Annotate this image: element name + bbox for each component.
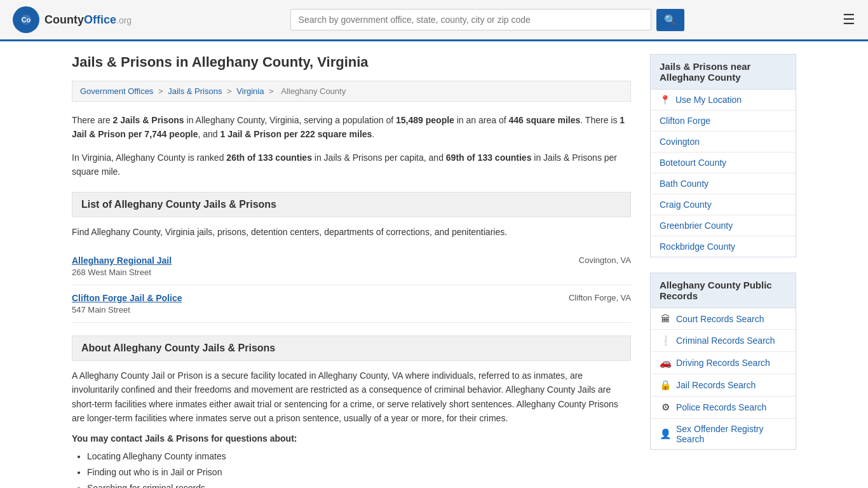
list-description: Find Alleghany County, Virginia jails, p… — [72, 225, 631, 239]
breadcrumb-sep2: > — [227, 86, 234, 96]
hamburger-icon: ☰ — [843, 11, 855, 27]
facility-address-2: 547 Main Street — [72, 305, 182, 315]
page-title: Jails & Prisons in Alleghany County, Vir… — [72, 54, 631, 71]
court-icon: 🏛 — [660, 313, 671, 324]
sidebar-link-clifton-forge[interactable]: Clifton Forge — [651, 111, 796, 132]
court-records-link[interactable]: Court Records Search — [676, 314, 764, 324]
nearby-link-2[interactable]: Botetourt County — [660, 158, 726, 168]
location-icon: 📍 — [660, 95, 670, 105]
driving-records-link[interactable]: Driving Records Search — [676, 358, 770, 368]
sidebar: Jails & Prisons near Alleghany County 📍 … — [650, 54, 796, 488]
sidebar-link-greenbrier[interactable]: Greenbrier County — [651, 215, 796, 236]
record-driving[interactable]: 🚗 Driving Records Search — [651, 352, 796, 374]
sex-offender-icon: 👤 — [660, 428, 671, 440]
sidebar-link-covington[interactable]: Covington — [651, 132, 796, 152]
search-area: 🔍 — [290, 9, 684, 31]
records-title: Alleghany County Public Records — [650, 273, 796, 308]
about-text: A Alleghany County Jail or Prison is a s… — [72, 369, 631, 426]
menu-button[interactable]: ☰ — [843, 11, 855, 28]
main-container: Jails & Prisons in Alleghany County, Vir… — [59, 41, 809, 488]
facility-item-2: Clifton Forge Jail & Police 547 Main Str… — [72, 285, 631, 323]
nearby-links-list: 📍 Use My Location Clifton Forge Covingto… — [650, 90, 796, 257]
sidebar-link-botetourt[interactable]: Botetourt County — [651, 152, 796, 173]
facility-city-1: Covington, VA — [536, 255, 631, 265]
logo-text: CountyOffice.org — [44, 13, 132, 27]
about-section-header: About Alleghany County Jails & Prisons — [72, 336, 631, 361]
facility-row-1: Alleghany Regional Jail 268 West Main St… — [72, 255, 631, 277]
stats-paragraph-2: In Virginia, Alleghany County is ranked … — [72, 151, 631, 179]
record-jail[interactable]: 🔒 Jail Records Search — [651, 374, 796, 396]
logo-icon: Co — [13, 6, 39, 33]
bullet-item-3: Searching for criminal records — [87, 480, 631, 488]
nearby-title: Jails & Prisons near Alleghany County — [650, 54, 796, 90]
bullet-item-2: Finding out who is in Jail or Prison — [87, 464, 631, 480]
nearby-link-4[interactable]: Craig County — [660, 200, 712, 210]
sex-offender-link[interactable]: Sex Offender Registry Search — [676, 424, 787, 444]
list-section-header: List of Alleghany County Jails & Prisons — [72, 192, 631, 217]
driving-icon: 🚗 — [660, 357, 671, 369]
jail-icon: 🔒 — [660, 379, 671, 391]
breadcrumb-government-offices[interactable]: Government Offices — [80, 86, 153, 96]
record-court[interactable]: 🏛 Court Records Search — [651, 308, 796, 330]
main-content: Jails & Prisons in Alleghany County, Vir… — [72, 54, 631, 488]
nearby-link-0[interactable]: Clifton Forge — [660, 116, 710, 126]
svg-text:Co: Co — [22, 16, 31, 24]
nearby-link-1[interactable]: Covington — [660, 137, 700, 147]
facility-left-1: Alleghany Regional Jail 268 West Main St… — [72, 255, 172, 277]
bullet-item-1: Locating Alleghany County inmates — [87, 449, 631, 464]
search-input[interactable] — [290, 9, 651, 30]
record-police[interactable]: ⚙ Police Records Search — [651, 396, 796, 419]
facility-row-2: Clifton Forge Jail & Police 547 Main Str… — [72, 293, 631, 315]
sidebar-link-craig[interactable]: Craig County — [651, 194, 796, 215]
records-section: Alleghany County Public Records 🏛 Court … — [650, 273, 796, 450]
sidebar-link-bath[interactable]: Bath County — [651, 173, 796, 194]
record-sex-offender[interactable]: 👤 Sex Offender Registry Search — [651, 419, 796, 449]
stats-paragraph-1: There are 2 Jails & Prisons in Alleghany… — [72, 113, 631, 142]
facility-left-2: Clifton Forge Jail & Police 547 Main Str… — [72, 293, 182, 315]
facilities-list: Alleghany Regional Jail 268 West Main St… — [72, 248, 631, 323]
use-location-link[interactable]: Use My Location — [675, 95, 742, 105]
breadcrumb-current: Alleghany County — [281, 86, 346, 96]
record-criminal[interactable]: ❕ Criminal Records Search — [651, 330, 796, 352]
criminal-records-link[interactable]: Criminal Records Search — [676, 336, 775, 346]
facility-name-2[interactable]: Clifton Forge Jail & Police — [72, 293, 182, 303]
breadcrumb-sep3: > — [269, 86, 276, 96]
jail-records-link[interactable]: Jail Records Search — [676, 380, 756, 390]
breadcrumb-jails-prisons[interactable]: Jails & Prisons — [168, 86, 222, 96]
facility-address-1: 268 West Main Street — [72, 268, 172, 277]
facility-city-2: Clifton Forge, VA — [536, 293, 631, 302]
header: Co CountyOffice.org 🔍 ☰ — [0, 0, 868, 41]
breadcrumb-virginia[interactable]: Virginia — [236, 86, 264, 96]
nearby-link-5[interactable]: Greenbrier County — [660, 220, 733, 231]
facility-item-1: Alleghany Regional Jail 268 West Main St… — [72, 248, 631, 285]
search-icon: 🔍 — [664, 15, 677, 25]
nearby-link-3[interactable]: Bath County — [660, 179, 709, 189]
facility-name-1[interactable]: Alleghany Regional Jail — [72, 255, 172, 266]
contact-bullets: Locating Alleghany County inmates Findin… — [72, 449, 631, 488]
sidebar-use-location[interactable]: 📍 Use My Location — [651, 90, 796, 111]
breadcrumb-sep1: > — [158, 86, 165, 96]
police-icon: ⚙ — [660, 402, 671, 413]
criminal-icon: ❕ — [660, 335, 671, 346]
contact-label: You may contact Jails & Prisons for ques… — [72, 433, 631, 444]
records-list: 🏛 Court Records Search ❕ Criminal Record… — [650, 308, 796, 450]
nearby-link-6[interactable]: Rockbridge County — [660, 241, 735, 252]
nearby-section: Jails & Prisons near Alleghany County 📍 … — [650, 54, 796, 257]
sidebar-link-rockbridge[interactable]: Rockbridge County — [651, 236, 796, 257]
police-records-link[interactable]: Police Records Search — [676, 402, 766, 412]
logo-area: Co CountyOffice.org — [13, 6, 132, 33]
breadcrumb: Government Offices > Jails & Prisons > V… — [72, 81, 631, 102]
search-button[interactable]: 🔍 — [656, 9, 684, 31]
